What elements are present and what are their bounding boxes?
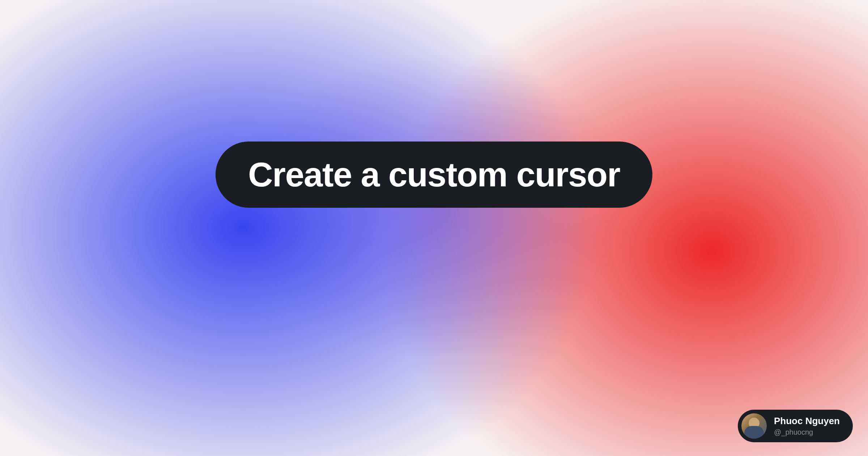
author-handle: @_phuocng xyxy=(774,428,840,436)
title-pill: Create a custom cursor xyxy=(216,142,652,208)
author-info: Phuoc Nguyen @_phuocng xyxy=(774,415,840,436)
page-title: Create a custom cursor xyxy=(248,157,620,192)
author-name: Phuoc Nguyen xyxy=(774,415,840,427)
gradient-background xyxy=(0,0,868,456)
author-badge[interactable]: Phuoc Nguyen @_phuocng xyxy=(738,410,853,442)
avatar xyxy=(741,413,767,439)
